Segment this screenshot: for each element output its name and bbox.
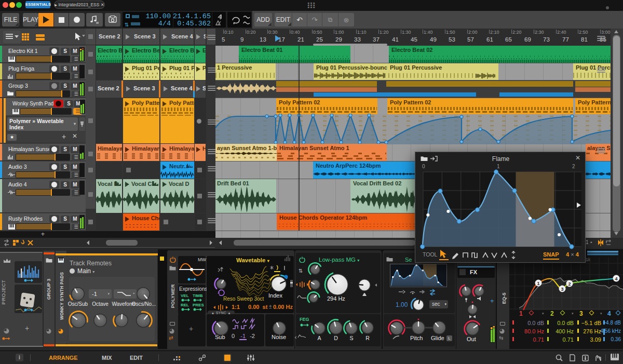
svg-text:3: 3 <box>561 287 563 292</box>
svg-text:w: w <box>96 21 99 24</box>
svg-text:2: 2 <box>568 281 571 287</box>
svg-text:1: 1 <box>537 281 539 286</box>
svg-text:4: 4 <box>615 276 617 281</box>
